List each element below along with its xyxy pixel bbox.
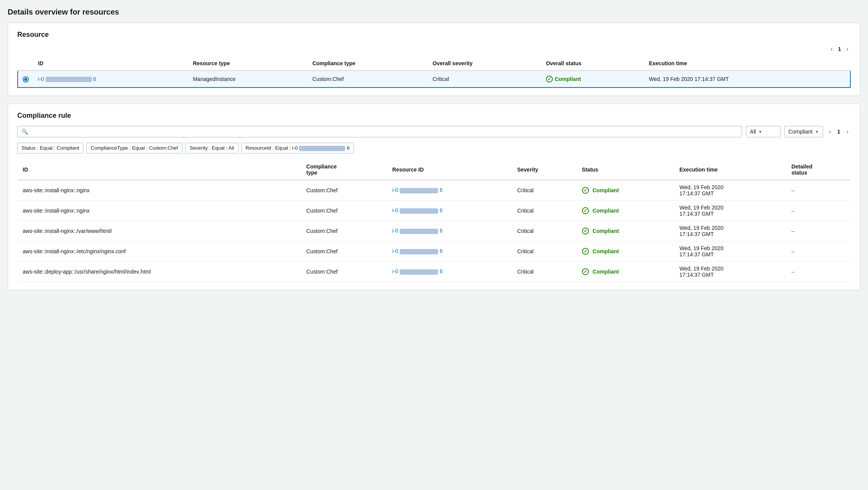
table-row: aws-site::install-nginx::/var/www/html/ … [17,221,851,241]
severity-cell: Critical [428,71,541,87]
status-cell: ✓ Compliant [577,180,674,201]
compliance-resource-id-cell: i-06 [387,180,512,201]
resource-section: Resource ‹ 1 › ID Resource type Complian… [8,23,860,96]
compliance-col-detailed-status: Detailedstatus [786,160,851,180]
compliance-resource-id-link[interactable]: i-06 [392,228,443,234]
resource-prev-btn[interactable]: ‹ [828,45,835,53]
compliant-badge: ✓ Compliant [582,248,619,255]
filter-tag-status: Status : Equal : Compliant [17,143,83,153]
compliant-badge: ✓ Compliant [582,207,619,214]
compliant-dropdown-label: Compliant [789,129,813,135]
resource-page-num: 1 [838,46,841,52]
compliance-type-cell: Custom:Chef [301,221,387,241]
compliance-page-num: 1 [837,129,840,135]
resource-col-select [18,56,33,71]
compliant-dropdown[interactable]: Compliant ▼ [784,126,823,137]
compliant-icon: ✓ [582,248,589,255]
compliance-resource-id-cell: i-06 [387,261,512,282]
radio-button[interactable] [23,76,29,82]
compliant-icon: ✓ [582,268,589,275]
table-row: aws-site::install-nginx::nginx Custom:Ch… [17,200,851,221]
resource-col-execution-time: Execution time [644,56,850,71]
status-cell: ✓ Compliant [577,221,674,241]
severity-cell: Critical [512,221,576,241]
compliance-resource-id-link[interactable]: i-06 [392,207,443,213]
resource-col-severity: Overall severity [428,56,541,71]
table-row[interactable]: i-06 ManagedInstance Custom:Chef Critica… [18,71,850,87]
exec-time-cell: Wed, 19 Feb 202017:14:37 GMT [674,261,786,282]
compliant-badge: ✓ Compliant [582,228,619,234]
compliance-id-cell: aws-site::install-nginx::/etc/nginx/ngin… [17,241,301,261]
severity-cell: Critical [512,241,576,261]
compliance-resource-id-cell: i-06 [387,241,512,261]
resource-col-resource-type: Resource type [188,56,308,71]
compliance-col-status: Status [577,160,674,180]
compliance-type-cell: Custom:Chef [301,200,387,221]
compliance-resource-id-cell: i-06 [387,221,512,241]
row-radio[interactable] [18,71,33,87]
severity-cell: Critical [512,261,576,282]
resource-col-status: Overall status [541,56,644,71]
compliance-resource-id-link[interactable]: i-06 [392,187,443,193]
compliance-prev-btn[interactable]: ‹ [827,127,833,136]
compliance-type-cell: Custom:Chef [301,180,387,201]
exec-time-cell: Wed, 19 Feb 202017:14:37 GMT [674,180,786,201]
all-dropdown-label: All [750,129,756,135]
compliant-label: Compliant [555,76,581,82]
resource-type-cell: ManagedInstance [188,71,308,87]
compliance-col-severity: Severity [512,160,576,180]
severity-cell: Critical [512,180,576,201]
severity-cell: Critical [512,200,576,221]
table-row: aws-site::install-nginx::/etc/nginx/ngin… [17,241,851,261]
exec-time-cell: Wed, 19 Feb 202017:14:37 GMT [674,200,786,221]
compliance-next-btn[interactable]: › [844,127,851,136]
compliance-resource-id-cell: i-06 [387,200,512,221]
detailed-status-cell: – [786,261,851,282]
compliance-resource-id-link[interactable]: i-06 [392,248,443,254]
status-cell: ✓ Compliant [577,261,674,282]
detailed-status-cell: – [786,180,851,201]
detailed-status-cell: – [786,241,851,261]
compliant-label: Compliant [593,228,619,234]
filter-tag-resource-id: ResourceId : Equal : i-06 [241,143,354,153]
compliant-badge: ✓ Compliant [582,268,619,275]
compliance-table: ID Compliancetype Resource ID Severity S… [17,160,851,282]
all-dropdown[interactable]: All ▼ [746,126,780,137]
detailed-status-cell: – [786,200,851,221]
resource-col-id: ID [33,56,188,71]
compliance-col-id: ID [17,160,301,180]
resource-next-btn[interactable]: › [844,45,851,53]
search-input[interactable] [30,129,738,135]
compliance-type-cell: Custom:Chef [301,261,387,282]
resource-id-link[interactable]: i-06 [38,76,96,82]
compliance-section-title: Compliance rule [17,112,851,120]
table-row: aws-site::deploy-app::/usr/share/nginx/h… [17,261,851,282]
execution-time-cell: Wed, 19 Feb 2020 17:14:37 GMT [644,71,850,87]
compliance-col-type: Compliancetype [301,160,387,180]
filters-row: 🔍 All ▼ Compliant ▼ ‹ 1 › [17,126,851,137]
compliance-id-cell: aws-site::install-nginx::nginx [17,180,301,201]
compliance-id-cell: aws-site::deploy-app::/usr/share/nginx/h… [17,261,301,282]
resource-section-title: Resource [17,31,851,39]
compliant-icon: ✓ [582,187,589,194]
filter-tags: Status : Equal : Compliant ComplianceTyp… [17,143,851,153]
compliance-col-resource-id: Resource ID [387,160,512,180]
compliant-icon: ✓ [582,228,589,234]
compliant-badge: ✓ Compliant [582,187,619,194]
compliant-icon: ✓ [546,76,553,82]
status-cell: ✓ Compliant [541,71,644,87]
page-title: Details overview for resources [8,8,860,16]
detailed-status-cell: – [786,221,851,241]
compliance-section: Compliance rule 🔍 All ▼ Compliant ▼ ‹ 1 … [8,104,860,290]
compliance-resource-id-link[interactable]: i-06 [392,268,443,274]
compliant-label: Compliant [593,269,619,275]
compliance-type-cell: Custom:Chef [301,241,387,261]
compliant-label: Compliant [593,248,619,254]
compliant-badge: ✓ Compliant [546,76,581,82]
filter-tag-severity: Severity : Equal : All [185,143,238,153]
resource-pagination: ‹ 1 › [17,45,851,53]
compliance-type-cell: Custom:Chef [308,71,428,87]
compliance-id-cell: aws-site::install-nginx::/var/www/html/ [17,221,301,241]
compliant-label: Compliant [593,208,619,214]
chevron-down-icon: ▼ [758,130,762,134]
